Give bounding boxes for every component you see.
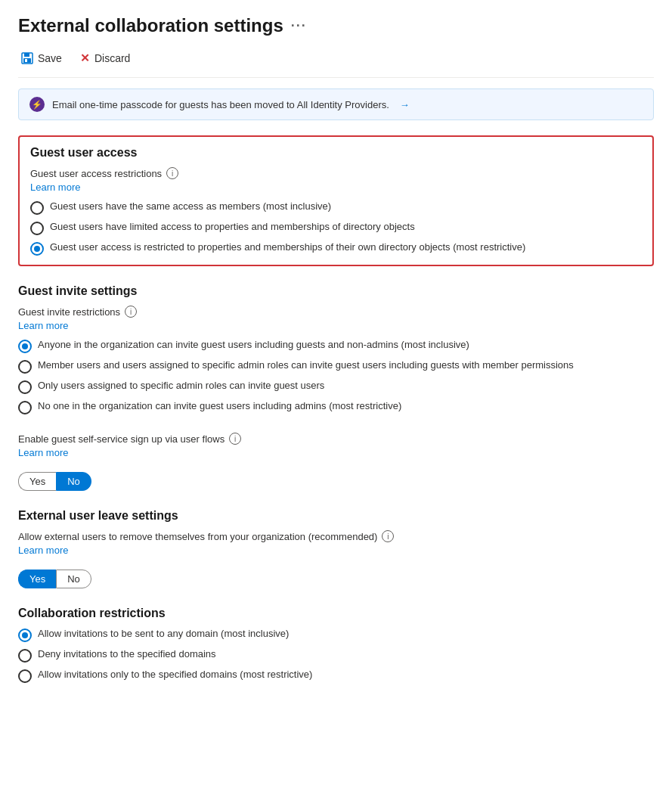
discard-icon: ✕ — [80, 51, 90, 65]
discard-button[interactable]: ✕ Discard — [77, 48, 133, 68]
guest-self-service-section: Enable guest self-service sign up via us… — [18, 433, 654, 491]
external-leave-label: Allow external users to remove themselve… — [18, 530, 654, 542]
invite-radio-1[interactable] — [18, 340, 32, 353]
notification-link[interactable]: → — [400, 99, 410, 110]
guest-invite-option-1-label: Anyone in the organization can invite gu… — [38, 339, 469, 350]
guest-access-learn-more[interactable]: Learn more — [30, 182, 80, 193]
invite-radio-4[interactable] — [18, 401, 32, 414]
svg-rect-1 — [24, 53, 29, 57]
collab-option-1-label: Allow invitations to be sent to any doma… — [38, 628, 289, 639]
guest-access-restrictions-label: Guest user access restrictions i — [30, 167, 642, 179]
save-label: Save — [38, 52, 62, 64]
guest-invite-settings-section: Guest invite settings Guest invite restr… — [18, 284, 654, 414]
guest-access-radio-group: Guest users have the same access as memb… — [30, 200, 642, 256]
collab-option-2[interactable]: Deny invitations to the specified domain… — [18, 648, 654, 663]
guest-invite-info-icon[interactable]: i — [125, 306, 137, 318]
guest-access-info-icon[interactable]: i — [166, 167, 178, 179]
discard-label: Discard — [94, 52, 130, 64]
guest-access-option-2-label: Guest users have limited access to prope… — [50, 221, 415, 232]
collab-option-1[interactable]: Allow invitations to be sent to any doma… — [18, 628, 654, 642]
guest-access-option-3-label: Guest user access is restricted to prope… — [50, 241, 525, 253]
page-title: External collaboration settings — [18, 15, 283, 36]
guest-invite-option-2[interactable]: Member users and users assigned to speci… — [18, 359, 654, 374]
collaboration-restrictions-title: Collaboration restrictions — [18, 607, 654, 620]
collab-option-3[interactable]: Allow invitations only to the specified … — [18, 669, 654, 683]
collaboration-restrictions-section: Collaboration restrictions Allow invitat… — [18, 607, 654, 683]
guest-invite-radio-group: Anyone in the organization can invite gu… — [18, 339, 654, 414]
more-options-icon[interactable]: ··· — [291, 18, 307, 34]
toolbar: Save ✕ Discard — [18, 48, 654, 78]
self-service-yes-button[interactable]: Yes — [18, 472, 56, 491]
invite-radio-3[interactable] — [18, 380, 32, 394]
guest-self-service-label: Enable guest self-service sign up via us… — [18, 433, 654, 445]
guest-invite-settings-title: Guest invite settings — [18, 284, 654, 298]
save-button[interactable]: Save — [18, 49, 65, 67]
self-service-no-button[interactable]: No — [56, 472, 91, 491]
notification-text: Email one-time passcode for guests has b… — [52, 99, 389, 110]
collab-radio-1[interactable] — [18, 629, 32, 642]
guest-invite-learn-more[interactable]: Learn more — [18, 320, 68, 331]
external-leave-title: External user leave settings — [18, 509, 654, 523]
external-leave-yes-button[interactable]: Yes — [18, 570, 56, 588]
external-leave-toggle: Yes No — [18, 570, 654, 588]
guest-user-access-section: Guest user access Guest user access rest… — [18, 135, 654, 266]
external-leave-section: External user leave settings Allow exter… — [18, 509, 654, 588]
collab-option-2-label: Deny invitations to the specified domain… — [38, 648, 216, 660]
collab-option-3-label: Allow invitations only to the specified … — [38, 669, 312, 680]
guest-access-option-3[interactable]: Guest user access is restricted to prope… — [30, 241, 642, 256]
collab-radio-3[interactable] — [18, 669, 32, 683]
self-service-info-icon[interactable]: i — [229, 433, 241, 445]
external-leave-learn-more[interactable]: Learn more — [18, 545, 68, 556]
guest-invite-option-4-label: No one in the organization can invite gu… — [38, 400, 401, 411]
save-icon — [21, 52, 33, 64]
self-service-toggle: Yes No — [18, 472, 654, 491]
guest-invite-option-2-label: Member users and users assigned to speci… — [38, 359, 574, 371]
guest-invite-option-1[interactable]: Anyone in the organization can invite gu… — [18, 339, 654, 353]
guest-invite-restrictions-label: Guest invite restrictions i — [18, 306, 654, 318]
radio-3[interactable] — [30, 242, 44, 256]
notification-bar: ⚡ Email one-time passcode for guests has… — [18, 88, 654, 120]
invite-radio-2[interactable] — [18, 360, 32, 374]
radio-1[interactable] — [30, 201, 44, 215]
guest-access-option-1-label: Guest users have the same access as memb… — [50, 200, 331, 212]
self-service-learn-more[interactable]: Learn more — [18, 447, 68, 458]
guest-access-option-2[interactable]: Guest users have limited access to prope… — [30, 221, 642, 235]
notification-icon: ⚡ — [29, 97, 45, 112]
external-leave-info-icon[interactable]: i — [382, 530, 394, 542]
external-leave-no-button[interactable]: No — [56, 570, 91, 588]
guest-invite-option-3-label: Only users assigned to specific admin ro… — [38, 380, 324, 391]
collab-radio-2[interactable] — [18, 649, 32, 663]
collaboration-radio-group: Allow invitations to be sent to any doma… — [18, 628, 654, 683]
guest-invite-option-4[interactable]: No one in the organization can invite gu… — [18, 400, 654, 414]
radio-2[interactable] — [30, 222, 44, 235]
guest-invite-option-3[interactable]: Only users assigned to specific admin ro… — [18, 380, 654, 394]
guest-user-access-title: Guest user access — [30, 146, 642, 160]
guest-access-option-1[interactable]: Guest users have the same access as memb… — [30, 200, 642, 215]
svg-rect-3 — [25, 59, 27, 62]
